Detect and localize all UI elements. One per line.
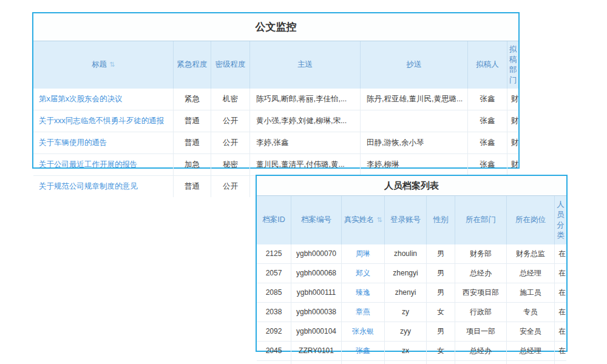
column-header-department: 所在部门: [455, 196, 507, 244]
cell-urgency: 普通: [174, 132, 211, 153]
cell-title[interactable]: 关于xxx同志临危不惧勇斗歹徒的通报: [33, 110, 174, 132]
cell-archive_no: ygbh000104: [291, 322, 342, 341]
column-label: 登录账号: [390, 215, 421, 224]
column-header-gender: 性别: [427, 196, 455, 244]
cell-category: 在职人员: [555, 283, 567, 302]
cell-cc: 田静,游恢,余小琴: [361, 132, 468, 153]
cell-position: 安全员: [507, 322, 555, 341]
cell-real_name[interactable]: 张鑫: [342, 341, 385, 360]
cell-department: 总经办: [455, 263, 507, 283]
cell-department: 项目一部: [455, 322, 507, 341]
cell-real_name[interactable]: 张永银: [342, 322, 385, 341]
column-label: 人员分类: [557, 200, 565, 240]
cell-drafter: 张鑫: [468, 132, 507, 153]
cell-position: 总经理: [507, 263, 555, 283]
cell-drafter: 张鑫: [468, 110, 507, 132]
cell-archive_no: ZZRY0101: [291, 341, 342, 360]
cell-category: 在职人员: [555, 341, 567, 360]
document-monitor-panel: 公文监控 标题⇅紧急程度密级程度主送抄送拟稿人拟稿部门 第x届第x次股东会的决议…: [32, 12, 520, 169]
cell-login_account: zyy: [385, 322, 427, 341]
cell-secrecy: 秘密: [211, 153, 250, 175]
column-label: 所在岗位: [515, 215, 546, 224]
column-label: 真实姓名: [344, 215, 374, 224]
column-header-urgency: 紧急程度: [174, 41, 211, 89]
cell-draft_dept: 财务部: [507, 89, 519, 110]
column-header-title[interactable]: 标题⇅: [33, 41, 174, 89]
document-monitor-table: 标题⇅紧急程度密级程度主送抄送拟稿人拟稿部门 第x届第x次股东会的决议紧急机密陈…: [33, 41, 518, 197]
cell-archive_id: 2038: [257, 302, 291, 322]
column-header-real_name[interactable]: 真实姓名⇅: [342, 196, 385, 244]
cell-real_name[interactable]: 周琳: [342, 244, 385, 264]
cell-real_name[interactable]: 章燕: [342, 302, 385, 322]
column-label: 紧急程度: [177, 60, 208, 69]
cell-main_send: 李婷,张鑫: [250, 132, 361, 153]
cell-draft_dept: 财务部: [507, 110, 519, 132]
cell-archive_no: ygbh000038: [291, 302, 342, 322]
cell-title[interactable]: 关于公司最近工作开展的报告: [33, 153, 174, 175]
cell-category: 在职人员: [555, 360, 567, 364]
cell-archive_id: 2045: [257, 341, 291, 360]
cell-archive_no: ygbh000068: [291, 263, 342, 283]
column-header-main_send: 主送: [250, 41, 361, 89]
cell-urgency: 普通: [174, 175, 211, 197]
cell-gender: 男: [427, 283, 455, 302]
cell-gender: 男: [427, 244, 455, 264]
column-header-login_account: 登录账号: [385, 196, 427, 244]
column-label: 抄送: [407, 60, 422, 69]
cell-department: 财务部: [455, 244, 507, 264]
cell-gender: 女: [427, 302, 455, 322]
cell-cc: 陈丹,程亚雄,董川民,黄思璐...: [361, 89, 468, 110]
cell-login_account: zhengyi: [385, 263, 427, 283]
personnel-archive-panel: 人员档案列表 档案ID档案编号真实姓名⇅登录账号性别所在部门所在岗位人员分类 2…: [256, 175, 568, 352]
table-row: 2046ygbh000050张小东zxd男成本核算部成本主管在职人员: [257, 360, 566, 364]
cell-secrecy: 机密: [211, 89, 250, 110]
cell-real_name[interactable]: 臻逸: [342, 283, 385, 302]
cell-department: 行政部: [455, 302, 507, 322]
cell-title[interactable]: 关于车辆使用的通告: [33, 132, 174, 153]
cell-secrecy: 公开: [211, 110, 250, 132]
cell-archive_id: 2092: [257, 322, 291, 341]
column-label: 密级程度: [215, 60, 246, 69]
column-label: 主送: [297, 60, 313, 69]
cell-archive_no: ygbh000111: [291, 283, 342, 302]
cell-urgency: 普通: [174, 110, 211, 132]
personnel-archive-title: 人员档案列表: [257, 176, 566, 196]
cell-position: 总经理: [507, 341, 555, 360]
column-label: 拟稿部门: [509, 45, 517, 84]
cell-cc: 李婷,柳琳: [361, 153, 468, 175]
cell-real_name[interactable]: 郑义: [342, 263, 385, 283]
cell-gender: 男: [427, 263, 455, 283]
sort-icon[interactable]: ⇅: [109, 60, 115, 69]
cell-main_send: 陈巧凤,断郎,蒋丽,李佳怡,...: [250, 89, 361, 110]
cell-draft_dept: 财务部: [507, 132, 519, 153]
document-monitor-table-head: 标题⇅紧急程度密级程度主送抄送拟稿人拟稿部门: [33, 41, 518, 89]
cell-title[interactable]: 关于规范公司规章制度的意见: [33, 175, 174, 197]
cell-archive_id: 2046: [257, 360, 291, 364]
header-row: 档案ID档案编号真实姓名⇅登录账号性别所在部门所在岗位人员分类: [257, 196, 566, 244]
table-row: 关于xxx同志临危不惧勇斗歹徒的通报普通公开黄小强,李婷,刘健,柳琳,宋...张…: [33, 110, 518, 132]
cell-urgency: 加急: [174, 153, 211, 175]
cell-gender: 女: [427, 341, 455, 360]
personnel-archive-table-body: 2125ygbh000070周琳zhoulin男财务部财务总监在职人员2057y…: [257, 244, 566, 364]
table-row: 关于公司最近工作开展的报告加急秘密董川民,董清平,付伟璐,黄...李婷,柳琳张鑫…: [33, 153, 518, 175]
cell-secrecy: 公开: [211, 132, 250, 153]
cell-position: 财务总监: [507, 244, 555, 264]
table-row: 2085ygbh000111臻逸zhenyi男西安项目部施工员在职人员: [257, 283, 566, 302]
cell-login_account: zy: [385, 302, 427, 322]
cell-login_account: zhenyi: [385, 283, 427, 302]
cell-title[interactable]: 第x届第x次股东会的决议: [33, 89, 174, 110]
column-header-secrecy: 密级程度: [211, 41, 250, 89]
cell-main_send: 董川民,董清平,付伟璐,黄...: [250, 153, 361, 175]
cell-department: 西安项目部: [455, 283, 507, 302]
cell-category: 在职人员: [555, 302, 567, 322]
column-label: 档案ID: [262, 215, 285, 224]
column-header-draft_dept: 拟稿部门: [507, 41, 519, 89]
column-header-position: 所在岗位: [507, 196, 555, 244]
column-header-category: 人员分类: [555, 196, 567, 244]
personnel-archive-table: 档案ID档案编号真实姓名⇅登录账号性别所在部门所在岗位人员分类 2125ygbh…: [257, 196, 566, 364]
column-header-archive_id: 档案ID: [257, 196, 291, 244]
cell-login_account: zhoulin: [385, 244, 427, 264]
cell-real_name[interactable]: 张小东: [342, 360, 385, 364]
sort-icon[interactable]: ⇅: [376, 215, 382, 224]
table-row: 2038ygbh000038章燕zy女行政部专员在职人员: [257, 302, 566, 322]
